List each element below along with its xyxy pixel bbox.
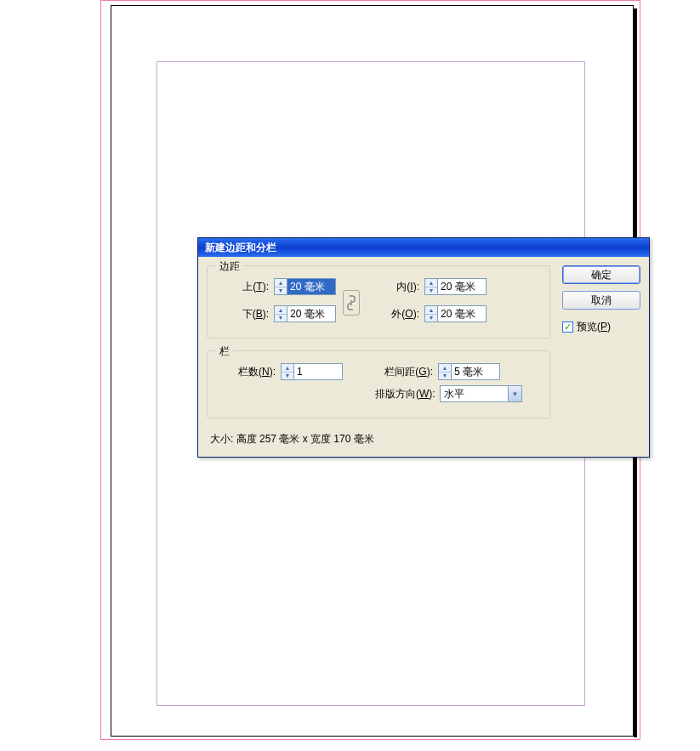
margin-bottom-spinner[interactable]: ▲ ▼	[274, 305, 336, 322]
margin-inside-label: 内(I):	[367, 280, 419, 294]
margin-inside-spinner[interactable]: ▲ ▼	[424, 278, 487, 295]
gutter-input[interactable]	[451, 363, 500, 380]
margin-top-input[interactable]	[287, 278, 336, 295]
spin-down-icon[interactable]: ▼	[439, 372, 451, 380]
spin-down-icon[interactable]: ▼	[425, 314, 437, 322]
gutter-spinner[interactable]: ▲ ▼	[438, 363, 500, 380]
spin-down-icon[interactable]: ▼	[425, 287, 437, 295]
dialog-titlebar[interactable]: 新建边距和分栏	[198, 238, 649, 257]
column-count-spinner[interactable]: ▲ ▼	[281, 363, 343, 380]
spin-up-icon[interactable]: ▲	[425, 279, 437, 287]
preview-checkbox[interactable]	[562, 321, 573, 333]
gutter-label: 栏间距(G):	[373, 365, 433, 379]
column-count-input[interactable]	[293, 363, 343, 380]
margins-legend: 边距	[216, 259, 243, 274]
spin-up-icon[interactable]: ▲	[275, 279, 287, 287]
writing-direction-combo[interactable]: 水平 ▼	[440, 385, 522, 402]
preview-label: 预览(P)	[577, 320, 611, 334]
margin-inside-input[interactable]	[437, 278, 487, 295]
column-count-label: 栏数(N):	[216, 365, 276, 379]
writing-direction-value: 水平	[440, 385, 508, 402]
margin-outside-input[interactable]	[437, 305, 487, 322]
margins-columns-dialog: 新建边距和分栏 边距 上(T):	[197, 237, 650, 458]
margin-top-spinner[interactable]: ▲ ▼	[274, 278, 336, 295]
spin-up-icon[interactable]: ▲	[275, 306, 287, 314]
workspace: 新建边距和分栏 边距 上(T):	[0, 0, 700, 751]
columns-legend: 栏	[216, 344, 233, 359]
combo-dropdown-icon[interactable]: ▼	[508, 385, 522, 402]
margins-fieldset: 边距 上(T): ▲ ▼	[207, 265, 550, 339]
margin-bottom-label: 下(B):	[216, 307, 269, 321]
writing-direction-label: 排版方向(W):	[375, 387, 435, 401]
cancel-button[interactable]: 取消	[562, 291, 640, 310]
spin-up-icon[interactable]: ▲	[439, 364, 451, 372]
ok-button[interactable]: 确定	[562, 265, 640, 284]
margin-bottom-input[interactable]	[287, 305, 336, 322]
dialog-title: 新建边距和分栏	[205, 238, 276, 257]
margin-outside-spinner[interactable]: ▲ ▼	[424, 305, 487, 322]
margin-top-label: 上(T):	[216, 280, 269, 294]
spin-down-icon[interactable]: ▼	[275, 314, 287, 322]
spin-up-icon[interactable]: ▲	[425, 306, 437, 314]
columns-fieldset: 栏 栏数(N): ▲ ▼	[207, 350, 550, 418]
spin-down-icon[interactable]: ▼	[275, 287, 287, 295]
page-size-readout: 大小: 高度 257 毫米 x 宽度 170 毫米	[207, 432, 550, 447]
spin-up-icon[interactable]: ▲	[282, 364, 293, 372]
margin-outside-label: 外(O):	[367, 307, 419, 321]
chain-link-icon	[347, 295, 356, 310]
spin-down-icon[interactable]: ▼	[282, 372, 293, 380]
link-margins-button[interactable]	[343, 290, 360, 316]
